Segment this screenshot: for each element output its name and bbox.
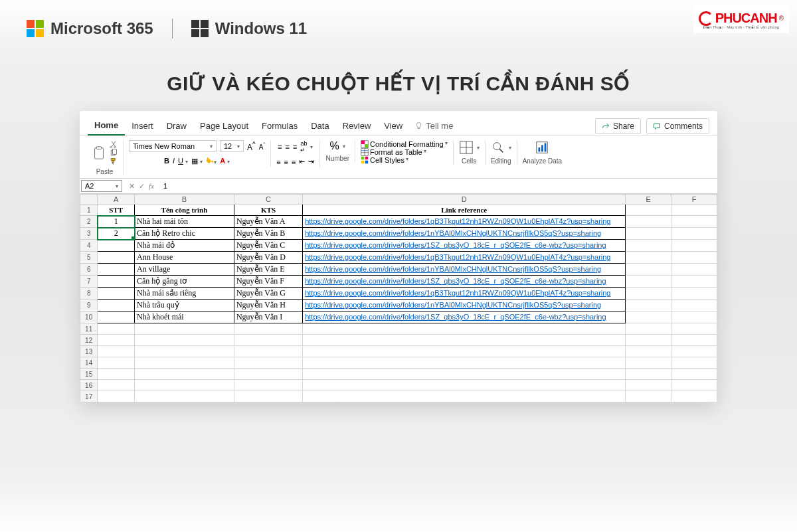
cell[interactable] [98,335,135,346]
cell[interactable]: Nguyễn Văn I [234,311,302,323]
formula-value[interactable]: 1 [159,181,171,191]
cell[interactable] [234,380,302,391]
cell[interactable] [671,216,717,228]
cell[interactable] [626,264,671,276]
hyperlink[interactable]: https://drive.google.com/drive/folders/1… [305,313,606,321]
cell[interactable] [135,380,234,391]
row-header[interactable]: 7 [80,276,98,288]
analyze-icon[interactable] [535,140,549,155]
cell[interactable]: https://drive.google.com/drive/folders/1… [303,252,626,264]
cell[interactable]: Nhà mái sầu riêng [135,288,234,300]
cell[interactable]: Nguyễn Văn C [234,240,302,252]
row-header[interactable]: 2 [80,216,98,228]
col-header[interactable]: C [234,195,302,205]
fill-color-button[interactable]: ▾ [206,156,217,165]
col-header[interactable]: F [671,195,717,205]
row-header[interactable]: 11 [80,323,98,335]
cell[interactable] [98,264,135,276]
cell[interactable] [98,380,135,391]
cell[interactable]: An village [135,264,234,276]
cells-icon[interactable] [459,140,474,155]
tab-home[interactable]: Home [88,116,125,135]
row-header[interactable]: 14 [80,357,98,369]
cell[interactable] [626,240,671,252]
cell[interactable]: Tên công trình [135,205,234,216]
cell[interactable]: STT [98,205,135,216]
cell[interactable] [671,252,717,264]
hyperlink[interactable]: https://drive.google.com/drive/folders/1… [305,229,601,237]
cell[interactable] [671,323,717,335]
cell[interactable] [626,346,671,357]
cell[interactable]: Nguyễn Văn D [234,252,302,264]
cell[interactable] [135,391,234,402]
row-header[interactable]: 4 [80,240,98,252]
col-header[interactable]: D [303,195,626,205]
cell[interactable] [626,216,671,228]
hyperlink[interactable]: https://drive.google.com/drive/folders/1… [305,277,606,285]
tab-view[interactable]: View [377,117,409,135]
cell[interactable] [671,346,717,357]
cell[interactable]: Căn hộ găng tơ [135,276,234,288]
cell[interactable] [303,369,626,380]
cell[interactable] [98,240,135,252]
row-header[interactable]: 10 [80,311,98,323]
row-header[interactable]: 3 [80,228,98,240]
cell[interactable] [626,391,671,402]
cell[interactable] [626,323,671,335]
cell[interactable] [671,264,717,276]
cell[interactable] [135,335,234,346]
cell[interactable] [671,205,717,216]
comments-button[interactable]: Comments [646,118,709,134]
cell[interactable] [98,300,135,311]
row-header[interactable]: 16 [80,380,98,391]
cell[interactable] [98,323,135,335]
hyperlink[interactable]: https://drive.google.com/drive/folders/1… [305,241,606,249]
indent-left-icon[interactable]: ⇤ [299,157,305,166]
tab-draw[interactable]: Draw [160,117,193,135]
wrap-text-icon[interactable]: ab↵ [300,140,307,153]
cell[interactable] [626,311,671,323]
cell[interactable] [303,391,626,402]
cell[interactable]: Nhà khoét mái [135,311,234,323]
row-header[interactable]: 8 [80,288,98,300]
align-right-icon[interactable]: ≡ [292,158,296,166]
align-left-icon[interactable]: ≡ [276,158,280,166]
cancel-formula-icon[interactable]: ✕ [129,182,135,191]
decrease-font-icon[interactable]: Aˇ [259,141,265,151]
cell[interactable] [671,228,717,240]
bold-button[interactable]: B [164,157,169,165]
spreadsheet[interactable]: A B C D E F 1 STT Tên công trình KTS Lin… [80,194,717,402]
align-top-icon[interactable]: ≡ [278,143,282,151]
increase-font-icon[interactable]: A^ [247,141,256,152]
cell[interactable]: Nhà mái đỏ [135,240,234,252]
cell[interactable]: https://drive.google.com/drive/folders/1… [303,240,626,252]
name-box[interactable]: A2▾ [81,180,122,192]
cell[interactable] [626,300,671,311]
cell[interactable] [234,391,302,402]
row-header[interactable]: 17 [80,391,98,402]
cell[interactable] [671,300,717,311]
font-name-select[interactable]: Times New Roman▾ [129,140,217,152]
cell[interactable] [234,346,302,357]
cell[interactable] [626,288,671,300]
cell[interactable] [303,380,626,391]
cell[interactable] [303,346,626,357]
row-header[interactable]: 13 [80,346,98,357]
cell[interactable]: https://drive.google.com/drive/folders/1… [303,264,626,276]
copy-icon[interactable] [110,149,118,157]
cut-icon[interactable] [110,140,118,148]
cell[interactable] [234,369,302,380]
cell[interactable] [671,335,717,346]
cell[interactable] [98,369,135,380]
cell[interactable] [626,228,671,240]
cell[interactable] [98,276,135,288]
cell[interactable] [303,335,626,346]
cell[interactable]: Nguyễn Văn F [234,276,302,288]
cell[interactable]: https://drive.google.com/drive/folders/1… [303,216,626,228]
tab-page-layout[interactable]: Page Layout [193,117,255,135]
cell[interactable] [626,335,671,346]
tab-formulas[interactable]: Formulas [255,117,304,135]
cell[interactable]: https://drive.google.com/drive/folders/1… [303,228,626,240]
fx-icon[interactable]: fx [149,182,154,191]
cell[interactable] [135,323,234,335]
